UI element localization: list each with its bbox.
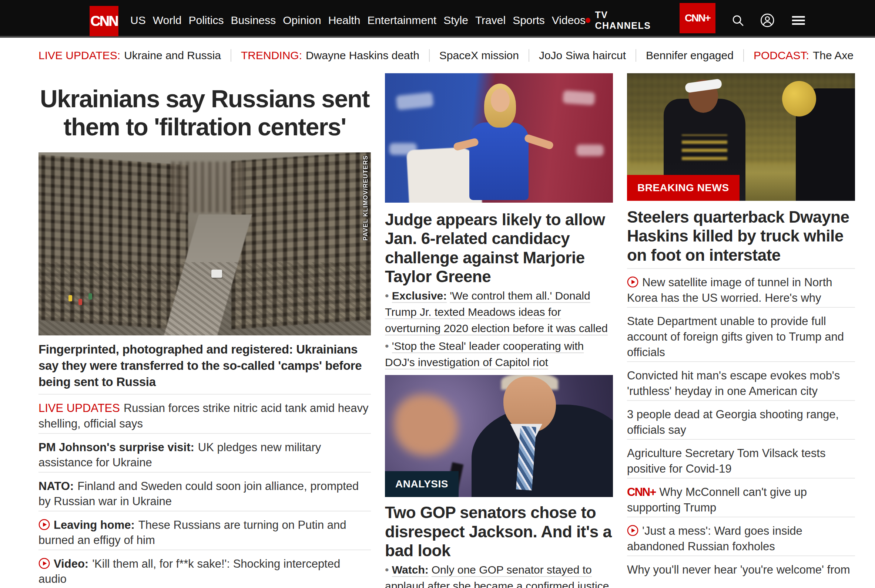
- jackson-headline[interactable]: Two GOP senators chose to disrespect Jac…: [385, 503, 613, 560]
- nav-item-opinion[interactable]: Opinion: [283, 14, 321, 27]
- lead-subheadline[interactable]: Fingerprinted, photographed and register…: [39, 341, 371, 390]
- tv-channels-label: TV CHANNELS: [595, 10, 664, 31]
- bullet-stop-the-steal[interactable]: 'Stop the Steal' leader cooperating with…: [385, 338, 613, 370]
- news-item-russian-foxholes[interactable]: 'Just a mess': Ward goes inside abandone…: [627, 517, 855, 555]
- live-updates-label: LIVE UPDATES: [39, 402, 120, 414]
- mtg-bullets: Exclusive:'We control them all.' Donald …: [385, 288, 613, 370]
- ticker-item-live-updates[interactable]: LIVE UPDATES:Ukraine and Russia: [39, 49, 232, 62]
- nav-item-entertainment[interactable]: Entertainment: [367, 14, 436, 27]
- cnn-plus-logo[interactable]: CNN+: [680, 3, 715, 33]
- news-item-nato[interactable]: NATO:Finland and Sweden could soon join …: [39, 472, 371, 511]
- news-item-georgia-shooting[interactable]: 3 people dead at Georgia shooting range,…: [627, 400, 855, 439]
- lead-headline[interactable]: Ukrainians say Russians sent them to 'fi…: [39, 85, 371, 141]
- news-item-live-updates[interactable]: LIVE UPDATESRussian forces strike nitric…: [39, 394, 371, 433]
- analysis-badge: ANALYSIS: [385, 471, 459, 497]
- user-icon[interactable]: [760, 13, 775, 28]
- nav-item-style[interactable]: Style: [444, 14, 468, 27]
- news-item-johnson-visit[interactable]: PM Johnson's surprise visit:UK pledges n…: [39, 433, 371, 472]
- page: { "colors": { "brand_red": "#cc0000", "n…: [0, 0, 875, 588]
- lead-story-image[interactable]: PAVEL KLIMOV/REUTERS: [39, 152, 371, 335]
- breaking-ticker: LIVE UPDATES:Ukraine and Russia TRENDING…: [39, 38, 855, 73]
- search-icon[interactable]: [731, 14, 745, 27]
- tv-channels-link[interactable]: TV CHANNELS: [586, 10, 664, 31]
- haskins-story-image[interactable]: BREAKING NEWS: [627, 73, 855, 201]
- nav-item-us[interactable]: US: [130, 14, 146, 27]
- left-news-list: LIVE UPDATESRussian forces strike nitric…: [39, 394, 371, 588]
- news-item-flight-attendant[interactable]: Why you'll never hear 'you're welcome' f…: [627, 555, 855, 579]
- news-item-state-dept-gifts[interactable]: State Department unable to provide full …: [627, 307, 855, 361]
- ticker-item-bennifer[interactable]: Bennifer engaged: [636, 49, 744, 62]
- photo-credit: PAVEL KLIMOV/REUTERS: [362, 155, 369, 241]
- mtg-story-image[interactable]: [385, 73, 613, 202]
- background-logo-blob: [562, 90, 595, 105]
- ticker-item-trending[interactable]: TRENDING:Dwayne Haskins death: [232, 49, 430, 62]
- background-logo-blob: [576, 145, 604, 156]
- nav-item-health[interactable]: Health: [328, 14, 361, 27]
- middle-column: Judge appears likely to allow Jan. 6-rel…: [385, 73, 613, 588]
- nav-item-travel[interactable]: Travel: [475, 14, 506, 27]
- cnn-plus-label: CNN+: [685, 12, 710, 24]
- news-item-leaving-home[interactable]: Leaving home:These Russians are turning …: [39, 511, 371, 549]
- ticker-label: LIVE UPDATES:: [39, 49, 120, 62]
- menu-icon[interactable]: [791, 14, 806, 27]
- bullet-watch-senator[interactable]: Watch:Only one GOP senator stayed to app…: [385, 562, 613, 588]
- news-item-north-korea-tunnel[interactable]: New satellite image of tunnel in North K…: [627, 268, 855, 307]
- nav-menu: US World Politics Business Opinion Healt…: [130, 10, 586, 27]
- haskins-headline[interactable]: Steelers quarterback Dwayne Haskins kill…: [627, 207, 855, 264]
- red-dot-icon: [586, 18, 590, 23]
- jackson-bullets: Watch:Only one GOP senator stayed to app…: [385, 562, 613, 588]
- news-item-hit-man-escape[interactable]: Convicted hit man's escape evokes mob's …: [627, 361, 855, 400]
- news-item-vilsack-covid[interactable]: Agriculture Secretary Tom Vilsack tests …: [627, 439, 855, 478]
- ticker-label: TRENDING:: [241, 49, 302, 62]
- white-van: [211, 270, 222, 278]
- graham-story-image[interactable]: ANALYSIS: [385, 375, 613, 497]
- story-jackson-analysis: ANALYSIS Two GOP senators chose to disre…: [385, 375, 613, 588]
- right-column: BREAKING NEWS Steelers quarterback Dwayn…: [627, 73, 855, 588]
- bullet-trump-jr-texts[interactable]: Exclusive:'We control them all.' Donald …: [385, 288, 613, 336]
- nav-item-business[interactable]: Business: [231, 14, 276, 27]
- ruined-buildings-far: [171, 162, 245, 213]
- gold-helmet: [782, 81, 816, 117]
- ticker-label: PODCAST:: [753, 49, 809, 62]
- cnn-plus-icon: CNN+: [627, 486, 655, 498]
- person-face: [491, 89, 510, 112]
- person-blue-dress: [469, 122, 529, 200]
- play-icon: [627, 525, 639, 536]
- play-icon: [627, 276, 639, 288]
- raised-hand: [394, 394, 458, 456]
- nav-right-controls: TV CHANNELS CNN+: [586, 3, 875, 33]
- breaking-news-badge: BREAKING NEWS: [627, 175, 740, 201]
- lead-story-column: Ukrainians say Russians sent them to 'fi…: [39, 73, 371, 588]
- background-logo-blob: [396, 92, 433, 110]
- nav-item-politics[interactable]: Politics: [189, 14, 224, 27]
- ticker-item-spacex[interactable]: SpaceX mission: [430, 49, 529, 62]
- story-mtg: Judge appears likely to allow Jan. 6-rel…: [385, 73, 613, 370]
- nav-item-world[interactable]: World: [153, 14, 182, 27]
- jersey-number: [682, 135, 727, 160]
- figure-green: [89, 293, 92, 300]
- cnn-logo[interactable]: CNN: [90, 6, 119, 36]
- mtg-headline[interactable]: Judge appears likely to allow Jan. 6-rel…: [385, 210, 613, 286]
- figure-yellow: [68, 295, 72, 302]
- ticker-item-jojo-siwa[interactable]: JoJo Siwa haircut: [529, 49, 636, 62]
- figure-red: [78, 299, 82, 305]
- play-icon: [39, 558, 50, 569]
- news-item-mcconnell-trump[interactable]: CNN+Why McConnell can't give up supporti…: [627, 478, 855, 517]
- play-icon: [39, 519, 50, 530]
- content-grid: Ukrainians say Russians sent them to 'fi…: [39, 73, 855, 588]
- news-item-intercepted-audio[interactable]: Video:'Kill them all, for f**k sake!': S…: [39, 549, 371, 588]
- nav-item-videos[interactable]: Videos: [552, 14, 586, 27]
- right-news-list: New satellite image of tunnel in North K…: [627, 268, 855, 579]
- ticker-item-podcast[interactable]: PODCAST:The Axe Files: [744, 49, 855, 62]
- top-nav: CNN US World Politics Business Opinion H…: [0, 0, 875, 38]
- nav-item-sports[interactable]: Sports: [513, 14, 545, 27]
- cnn-logo-text: CNN: [90, 14, 117, 29]
